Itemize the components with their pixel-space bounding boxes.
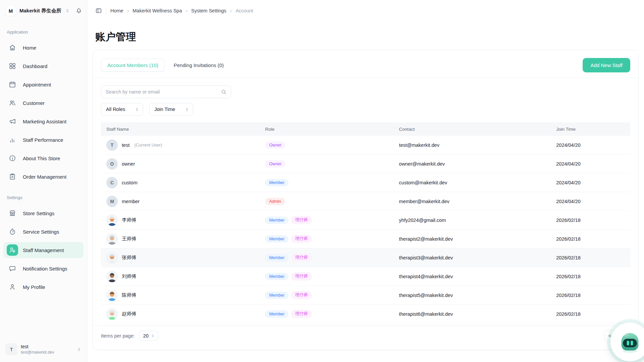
home-icon	[7, 42, 18, 53]
role-badge-member: Member	[265, 292, 288, 299]
staff-join-time: 2024/04/20	[551, 161, 630, 167]
sidebar-item-dashboard[interactable]: Dashboard	[3, 58, 84, 74]
notifications-bell-icon[interactable]	[75, 7, 82, 14]
staff-join-time: 2026/02/18	[551, 274, 630, 279]
staff-name: owner	[122, 161, 135, 167]
sidebar-section-label: Settings	[0, 187, 87, 203]
message-icon	[7, 263, 18, 274]
staff-join-time: 2024/04/20	[551, 142, 630, 148]
workspace-switcher[interactable]: M Makerkit 养生会所	[0, 0, 87, 21]
sidebar-item-customer[interactable]: Customer	[3, 95, 84, 111]
user-avatar: T	[5, 343, 17, 355]
tab-pending-invitations[interactable]: Pending Invitations (0)	[167, 59, 230, 72]
staff-avatar	[106, 233, 118, 245]
column-header-join-time: Join Time	[551, 127, 630, 132]
join-time-filter-value: Join Time	[154, 107, 175, 112]
staff-contact: therapist4@makerkit.dev	[394, 274, 551, 279]
breadcrumb-separator: >	[127, 8, 129, 13]
role-badge-therapist: 理疗师	[291, 253, 312, 262]
search-input[interactable]	[106, 89, 218, 95]
role-badge-member: Member	[265, 217, 288, 224]
search-icon[interactable]	[221, 89, 227, 95]
sidebar-item-home[interactable]: Home	[3, 40, 84, 56]
sidebar-item-label: Marketing Assistant	[23, 119, 66, 124]
role-badge-member: Member	[265, 273, 288, 280]
staff-join-time: 2024/04/20	[551, 199, 630, 204]
sidebar-item-label: My Profile	[23, 284, 45, 290]
table-row[interactable]: 赵师傅Member理疗师therapist6@makerkit.dev2026/…	[101, 305, 630, 323]
staff-table: Staff NameRoleContactJoin Time Ttest(Cur…	[101, 122, 630, 325]
current-user-note: (Current User)	[134, 142, 162, 147]
sidebar-item-staff-management[interactable]: Staff Management	[3, 242, 84, 258]
brand-logo: M	[5, 5, 16, 16]
staff-name: 陈师傅	[122, 292, 137, 298]
chevron-up-down-icon	[65, 8, 70, 13]
user-name: test	[21, 344, 54, 350]
sidebar-item-staff-performance[interactable]: Staff Performance	[3, 132, 84, 148]
sidebar-item-label: About This Store	[23, 156, 60, 161]
main-content: Home>Makerkit Wellness Spa>System Settin…	[87, 0, 644, 362]
breadcrumb-separator: >	[230, 8, 232, 13]
table-row[interactable]: Ttest(Current User)Ownertest@makerkit.de…	[101, 136, 630, 155]
staff-avatar: M	[106, 196, 118, 207]
table-body: Ttest(Current User)Ownertest@makerkit.de…	[101, 136, 630, 323]
column-header-contact: Contact	[394, 127, 551, 132]
topbar: Home>Makerkit Wellness Spa>System Settin…	[87, 0, 644, 21]
staff-name: test	[122, 142, 129, 148]
sidebar-item-label: Dashboard	[23, 63, 47, 69]
table-row[interactable]: 李师傅Member理疗师yhfy2024@gmail.com2026/02/18	[101, 211, 630, 230]
role-badge-therapist: 理疗师	[291, 272, 312, 281]
staff-avatar	[106, 271, 118, 282]
sidebar-item-order-management[interactable]: Order Management	[3, 169, 84, 185]
sidebar-item-my-profile[interactable]: My Profile	[3, 279, 84, 295]
pagination: Items per page: 20 < 1	[93, 325, 638, 342]
sidebar-item-marketing-assistant[interactable]: Marketing Assistant	[3, 113, 84, 129]
table-row[interactable]: OownerOwnerowner@makerkit.dev2024/04/20	[101, 155, 630, 173]
table-header: Staff NameRoleContactJoin Time	[101, 122, 630, 136]
staff-name: 王师傅	[122, 236, 137, 242]
role-badge-admin: Admin	[265, 198, 285, 205]
sidebar-item-about-this-store[interactable]: About This Store	[3, 150, 84, 166]
chevron-up-down-icon	[151, 334, 155, 338]
table-row[interactable]: CcustomMembercustom@makerkit.dev2024/04/…	[101, 173, 630, 192]
sidebar-item-label: Store Settings	[23, 210, 54, 216]
column-header-role: Role	[260, 127, 393, 132]
role-badge-member: Member	[265, 310, 288, 318]
staff-name: 李师傅	[122, 217, 137, 223]
staff-avatar	[106, 252, 118, 263]
staff-name: 张师傅	[122, 254, 137, 261]
sidebar-item-service-settings[interactable]: Service Settings	[3, 224, 84, 240]
role-badge-member: Member	[265, 254, 288, 261]
tabs: Account Members (10)Pending Invitations …	[101, 59, 230, 72]
chevron-up-down-icon	[184, 107, 190, 112]
chevron-up-down-icon	[76, 347, 82, 352]
table-row[interactable]: 刘师傅Member理疗师therapist4@makerkit.dev2026/…	[101, 267, 630, 286]
staff-contact: therapist6@makerkit.dev	[394, 311, 551, 317]
user-menu[interactable]: T test test@makerkit.dev	[0, 339, 87, 362]
add-new-staff-button[interactable]: Add New Staff	[583, 58, 630, 72]
tab-account-members[interactable]: Account Members (10)	[101, 59, 165, 72]
join-time-filter-select[interactable]: Join Time	[149, 103, 193, 116]
dashboard-icon	[7, 60, 18, 72]
timer-icon	[7, 226, 18, 237]
breadcrumb-item-home[interactable]: Home	[110, 8, 123, 13]
staff-contact: therapist5@makerkit.dev	[394, 293, 551, 298]
sidebar-item-notification-settings[interactable]: Notification Settings	[3, 260, 84, 277]
person-icon	[7, 281, 18, 293]
table-row[interactable]: MmemberAdminmember@makerkit.dev2024/04/2…	[101, 192, 630, 211]
table-row[interactable]: 张师傅Member理疗师therapist3@makerkit.dev2026/…	[101, 248, 630, 267]
roles-filter-select[interactable]: All Roles	[101, 103, 143, 116]
table-row[interactable]: 王师傅Member理疗师therapist2@makerkit.dev2026/…	[101, 230, 630, 248]
sidebar-item-store-settings[interactable]: Store Settings	[3, 205, 84, 221]
items-per-page-value: 20	[143, 333, 149, 339]
staff-name: 刘师傅	[122, 273, 137, 280]
breadcrumb-item-system-settings[interactable]: System Settings	[191, 8, 226, 13]
items-per-page-select[interactable]: 20	[139, 331, 158, 341]
sidebar-item-appointment[interactable]: Appointment	[3, 76, 84, 93]
breadcrumb-item-makerkit-wellness-spa[interactable]: Makerkit Wellness Spa	[132, 8, 182, 13]
staff-contact: test@makerkit.dev	[394, 142, 551, 148]
table-row[interactable]: 陈师傅Member理疗师therapist5@makerkit.dev2026/…	[101, 286, 630, 305]
sidebar-toggle-icon[interactable]	[95, 7, 102, 14]
staff-contact: owner@makerkit.dev	[394, 161, 551, 167]
staff-join-time: 2026/02/18	[551, 311, 630, 317]
